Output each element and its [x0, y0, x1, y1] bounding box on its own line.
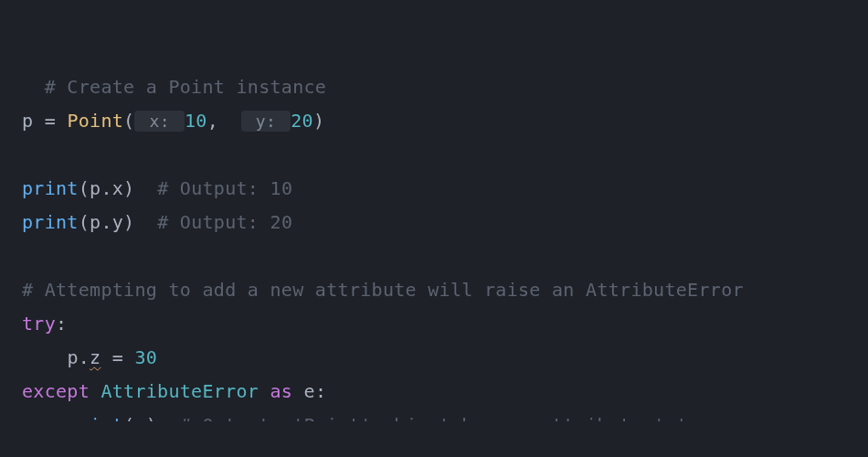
close-paren: ) [123, 177, 134, 199]
space [292, 380, 303, 402]
comma: , [207, 110, 241, 132]
space [90, 380, 101, 402]
gap [157, 414, 180, 421]
code-line-10[interactable]: except AttributeError as e: [22, 375, 868, 409]
code-line-11[interactable]: print(e) # Output: 'Point' object has no… [22, 409, 868, 421]
number-30: 30 [134, 346, 157, 368]
obj-p: p. [67, 346, 90, 368]
try-keyword: try [22, 313, 56, 335]
close-paren: ) [123, 211, 134, 233]
code-line-9[interactable]: p.z = 30 [22, 341, 868, 375]
assign-op: = [101, 346, 134, 368]
code-line-2[interactable]: p = Point( x: 10, y: 20) [22, 104, 868, 138]
comment-out10: # Output: 10 [157, 177, 292, 199]
comment-out20: # Output: 20 [157, 211, 292, 233]
close-paren: ) [146, 414, 157, 421]
comment-text: # Create a Point instance [45, 76, 327, 98]
except-keyword: except [22, 380, 90, 402]
param-hint-x: x: [134, 111, 185, 132]
open-paren: ( [123, 414, 134, 421]
arg-e: e [134, 414, 145, 421]
colon: : [315, 380, 326, 402]
indent [22, 414, 67, 421]
blank-line[interactable] [22, 239, 868, 273]
gap [134, 177, 157, 199]
comment-attrerror: # Attempting to add a new attribute will… [22, 279, 744, 301]
assign-op: = [33, 110, 67, 132]
gap [134, 211, 157, 233]
code-line-7[interactable]: # Attempting to add a new attribute will… [22, 273, 868, 307]
number-10: 10 [185, 110, 207, 132]
expr-py: p.y [90, 211, 123, 233]
print-fn: print [22, 177, 79, 199]
as-keyword: as [270, 380, 293, 402]
code-line-5[interactable]: print(p.y) # Output: 20 [22, 206, 868, 239]
print-fn: print [22, 211, 79, 233]
print-fn: print [67, 414, 123, 421]
code-line-8[interactable]: try: [22, 307, 868, 341]
param-hint-y: y: [241, 111, 291, 132]
number-20: 20 [291, 110, 313, 132]
open-paren: ( [79, 211, 90, 233]
variable-p: p [22, 110, 33, 132]
indent [22, 346, 67, 368]
expr-px: p.x [90, 177, 123, 199]
attr-z-warning: z [90, 346, 101, 368]
close-paren: ) [313, 110, 324, 132]
space [259, 380, 270, 402]
colon: : [56, 313, 67, 335]
class-point: Point [67, 110, 123, 132]
comment-output-attr: # Output: 'Point' object has no attribut… [180, 414, 687, 421]
blank-line[interactable] [22, 138, 868, 172]
attribute-error-cls: AttributeError [101, 380, 259, 402]
code-line-4[interactable]: print(p.x) # Output: 10 [22, 172, 868, 206]
open-paren: ( [123, 110, 134, 132]
var-e: e [304, 380, 315, 402]
code-line-1[interactable]: # Create a Point instance [22, 37, 868, 104]
open-paren: ( [79, 177, 90, 199]
